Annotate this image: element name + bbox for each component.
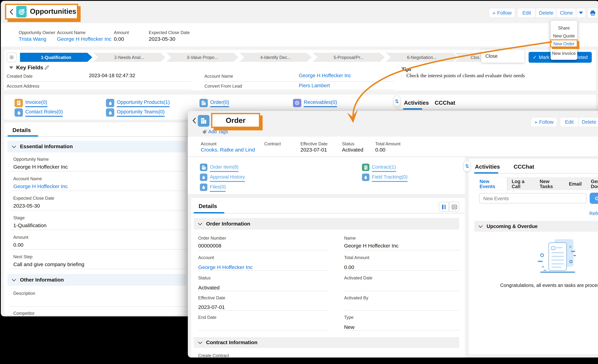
order-panel-collapse-handle[interactable]: [463, 160, 471, 172]
expand-width-button[interactable]: [449, 202, 459, 212]
contract-information-header[interactable]: Contract Information: [194, 337, 459, 348]
more-actions-button[interactable]: [576, 8, 586, 17]
follow-button[interactable]: + Follow: [489, 8, 515, 17]
o-effective-date-label: Effective Date: [300, 141, 327, 146]
edit-button[interactable]: Edit: [518, 8, 536, 17]
refresh-link[interactable]: Refresh: [589, 211, 598, 216]
back-chevron-icon[interactable]: [192, 117, 196, 124]
related-opportunity-products[interactable]: Opportunity Products(1): [106, 99, 170, 107]
kf-account-name-value[interactable]: George H Hoffecker Inc: [299, 73, 351, 79]
opportunity-title-highlight: Opportunities: [5, 4, 78, 19]
gear-icon: [9, 54, 15, 60]
order-tab-activities[interactable]: Activities: [475, 164, 500, 170]
panel-collapse-handle[interactable]: [393, 96, 401, 107]
od-activated-by-label: Activated By: [344, 295, 368, 300]
amount-value: 0.00: [13, 242, 24, 248]
order-number-value: 00000008: [198, 243, 221, 249]
pause-feed-button[interactable]: [439, 202, 449, 212]
path-stage-1[interactable]: 1-Qualification: [20, 53, 92, 62]
order-tab-ccchat[interactable]: CCChat: [514, 164, 534, 170]
order-details-tab[interactable]: Details: [199, 203, 217, 209]
related-order[interactable]: Order(0): [199, 99, 229, 107]
od-account-value[interactable]: George H Hoffecker Inc: [198, 265, 253, 270]
competitor-label: Competitor: [13, 311, 34, 315]
pause-icon: [442, 204, 446, 209]
chevron-down-icon: [478, 225, 483, 228]
convert-from-lead-value[interactable]: Piers Lambert: [299, 83, 330, 89]
page-title: Opportunities: [30, 8, 76, 16]
d-account-name-label: Account Name: [13, 176, 42, 181]
menu-item-new-quote[interactable]: New Quote: [551, 32, 577, 40]
path-stage-2[interactable]: 2-Needs Anal...: [93, 53, 166, 62]
related-files[interactable]: Files(0): [200, 184, 226, 192]
building-icon: [200, 164, 208, 171]
o-account-value[interactable]: Crooks, Ratke and Lind: [201, 147, 255, 153]
subtab-email[interactable]: Email: [565, 177, 586, 190]
plus-icon: +: [534, 119, 538, 125]
related-opportunity-teams[interactable]: Opportunity Teams(0): [106, 108, 165, 117]
opp-details-tab[interactable]: Details: [12, 127, 31, 133]
pencil-icon[interactable]: [44, 65, 50, 70]
od-name-value: George H Hoffecker Inc: [344, 243, 399, 249]
delete-button[interactable]: Delete: [536, 8, 556, 17]
order-summary-band: [188, 137, 598, 157]
upcoming-overdue-header[interactable]: Upcoming & Overdue: [474, 221, 598, 232]
empty-tasks-message: Congratulations, all events an tasks are…: [470, 283, 598, 288]
account-address-label: Account Address: [7, 83, 40, 89]
other-information-header[interactable]: Other Information: [8, 274, 186, 286]
summary-account-value[interactable]: George H Hoffecker Inc: [57, 36, 111, 42]
opp-tab-activities[interactable]: Activities: [404, 100, 429, 106]
related-field-tracking[interactable]: Field Tracking(0): [362, 174, 407, 182]
path-stage-6[interactable]: 6-Negotiation...: [386, 53, 458, 62]
add-tags-link[interactable]: Add Tags: [208, 129, 228, 134]
back-chevron-icon[interactable]: [9, 8, 13, 15]
order-information-header[interactable]: Order Information: [194, 218, 459, 230]
menu-item-share[interactable]: Share: [551, 24, 577, 32]
clone-button[interactable]: Clone: [556, 8, 576, 17]
activities-subtabs: New Events Log a Call New Tasks Email Ge…: [474, 177, 598, 190]
path-stage-5[interactable]: 5-Proposal/Pr...: [313, 53, 385, 62]
related-contract[interactable]: Contract(1): [362, 164, 396, 172]
menu-item-new-invoice[interactable]: New Invoice: [551, 49, 577, 57]
contract-icon: [362, 164, 369, 171]
order-follow-button[interactable]: + Follow: [531, 117, 557, 127]
od-effective-date-label: Effective Date: [198, 295, 225, 300]
menu-item-new-order[interactable]: New Order: [550, 40, 578, 47]
subtab-log-a-call[interactable]: Log a Call: [507, 177, 535, 190]
convert-from-lead-label: Convert From Lead: [204, 83, 242, 89]
order-delete-button[interactable]: Delete: [579, 117, 598, 127]
related-contact-roles[interactable]: Contact Roles(0): [15, 108, 63, 117]
description-label: Description: [13, 291, 35, 296]
opp-tab-ccchat[interactable]: CCChat: [435, 100, 455, 106]
od-activated-date-label: Activated Date: [344, 275, 373, 280]
key-fields-collapse-icon[interactable]: [9, 66, 13, 69]
od-total-value: 0.00: [344, 265, 354, 270]
d-close-date-value: 2023-05-30: [13, 203, 40, 209]
subtab-generate-document[interactable]: Generate Document: [586, 177, 598, 190]
check-icon: ✓: [533, 54, 537, 60]
summary-owner-value[interactable]: Trista Wang: [19, 36, 46, 42]
path-stage-3[interactable]: 3-Value Propo...: [166, 53, 239, 62]
related-approval-history[interactable]: Approval History: [200, 174, 245, 182]
printer-button[interactable]: [588, 8, 598, 18]
order-edit-button[interactable]: Edit: [560, 117, 579, 127]
created-date-value: 2023-04-18 02:47:32: [89, 73, 135, 79]
new-events-input[interactable]: [479, 193, 586, 203]
next-step-label: Next Step: [13, 254, 33, 259]
related-order-item[interactable]: Order Item(8): [200, 164, 239, 172]
go-to-calendar-button[interactable]: Go to Calendar: [590, 193, 598, 204]
order-building-icon: [198, 115, 209, 127]
od-name-label: Name: [344, 235, 356, 240]
building-icon: [199, 99, 208, 107]
path-stage-4[interactable]: 4-Identify Dec...: [239, 53, 312, 62]
subtab-new-events[interactable]: New Events: [474, 177, 507, 190]
related-invoice[interactable]: Invoice(0): [15, 99, 47, 107]
related-receivables[interactable]: Receivables(0): [293, 99, 337, 107]
amount-label: Amount: [13, 235, 28, 240]
od-total-label: Total Amount: [344, 255, 369, 260]
subtab-new-tasks[interactable]: New Tasks: [535, 177, 565, 190]
d-account-name-value[interactable]: George H Hoffecker Inc: [13, 184, 68, 189]
o-effective-date-value: 2023-07-01: [300, 147, 327, 153]
essential-information-header[interactable]: Essential Information: [8, 141, 186, 152]
path-settings-button[interactable]: [7, 52, 17, 62]
